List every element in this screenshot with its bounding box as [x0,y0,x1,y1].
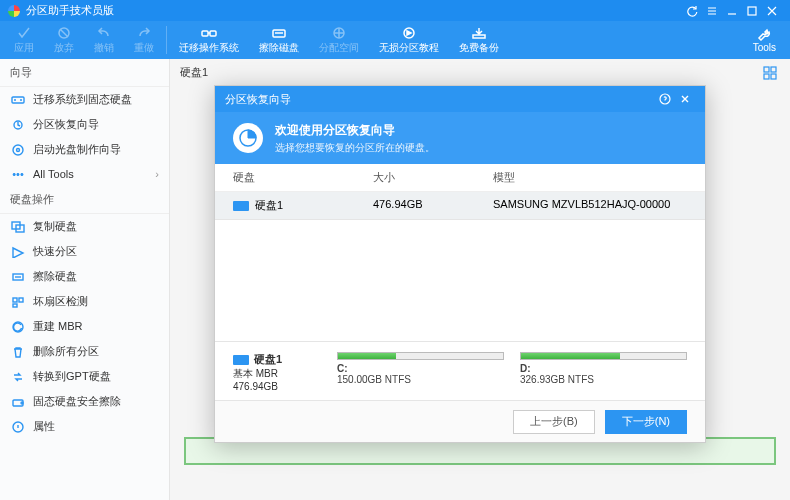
sidebar-item-boot-disc[interactable]: 启动光盘制作向导 [0,137,169,162]
partition-icon [10,245,26,259]
usage-bar [337,352,504,360]
prev-button[interactable]: 上一步(B) [513,410,595,434]
minimize-icon[interactable] [722,3,742,19]
partition-info: 326.93GB NTFS [520,374,687,385]
sidebar-header-wizard: 向导 [0,59,169,87]
undo-button[interactable]: 撤销 [84,21,124,59]
svg-rect-23 [771,67,776,72]
dialog-heading: 欢迎使用分区恢复向导 [275,122,435,139]
dialog-title: 分区恢复向导 [225,92,655,107]
partition-summary: 硬盘1 基本 MBR 476.94GB C: 150.00GB NTFS D: … [215,341,705,400]
disk-crumb: 硬盘1 [180,65,780,80]
ssd-icon [10,93,26,107]
copy-icon [10,220,26,234]
sidebar-header-disk-ops: 硬盘操作 [0,186,169,214]
sidebar-item-rebuild-mbr[interactable]: 重建 MBR [0,314,169,339]
tools-button[interactable]: Tools [743,21,786,59]
cell-disk: 硬盘1 [255,198,283,213]
secure-erase-icon [10,395,26,409]
separator [166,26,167,54]
dialog-header: 欢迎使用分区恢复向导 选择您想要恢复的分区所在的硬盘。 [215,112,705,164]
th-size: 大小 [373,170,493,185]
sidebar-item-convert-gpt[interactable]: 转换到GPT硬盘 [0,364,169,389]
help-icon[interactable] [655,93,675,105]
table-row[interactable]: 硬盘1 476.94GB SAMSUNG MZVLB512HAJQ-00000 [215,192,705,219]
sidebar-item-label: 快速分区 [33,244,77,259]
apply-button[interactable]: 应用 [4,21,44,59]
svg-rect-16 [19,298,23,302]
th-disk: 硬盘 [233,170,373,185]
sidebar-item-label: 擦除硬盘 [33,269,77,284]
dialog-subheading: 选择您想要恢复的分区所在的硬盘。 [275,141,435,155]
svg-point-20 [21,402,23,404]
erase-disk-button[interactable]: 擦除磁盘 [249,21,309,59]
cell-model: SAMSUNG MZVLB512HAJQ-00000 [493,198,687,213]
sidebar-item-properties[interactable]: 属性 [0,414,169,439]
sidebar-item-label: 分区恢复向导 [33,117,99,132]
cell-size: 476.94GB [373,198,493,213]
svg-rect-0 [748,7,756,15]
dialog-titlebar: 分区恢复向导 [215,86,705,112]
svg-point-11 [17,148,20,151]
disk-icon [233,201,249,211]
close-icon[interactable] [762,3,782,19]
sidebar-item-partition-recovery[interactable]: 分区恢复向导 [0,112,169,137]
dialog-footer: 上一步(B) 下一步(N) [215,400,705,442]
refresh-icon[interactable] [682,3,702,19]
svg-rect-8 [12,97,24,103]
disk-summary: 硬盘1 基本 MBR 476.94GB [233,352,321,392]
disk-type: 基本 MBR [233,367,321,381]
sidebar-item-delete-all[interactable]: 删除所有分区 [0,339,169,364]
partition-letter: C: [337,363,504,374]
dialog-close-icon[interactable] [675,93,695,105]
properties-icon [10,420,26,434]
sidebar-item-copy-disk[interactable]: 复制硬盘 [0,214,169,239]
view-toggle-icon[interactable] [762,65,778,81]
discard-button[interactable]: 放弃 [44,21,84,59]
sidebar-item-label: 迁移系统到固态硬盘 [33,92,132,107]
next-button[interactable]: 下一步(N) [605,410,687,434]
partition-d[interactable]: D: 326.93GB NTFS [520,352,687,392]
disk-table: 硬盘 大小 模型 硬盘1 476.94GB SAMSUNG MZVLB512HA… [215,164,705,220]
svg-rect-3 [210,31,216,36]
svg-rect-24 [764,74,769,79]
migrate-os-button[interactable]: 迁移操作系统 [169,21,249,59]
sidebar-item-label: 复制硬盘 [33,219,77,234]
allocate-button[interactable]: 分配空间 [309,21,369,59]
wipe-icon [10,270,26,284]
app-logo [8,5,20,17]
maximize-icon[interactable] [742,3,762,19]
partition-recovery-wizard-dialog: 分区恢复向导 欢迎使用分区恢复向导 选择您想要恢复的分区所在的硬盘。 硬盘 大小… [214,85,706,443]
disc-icon [10,143,26,157]
dots-icon: ••• [10,167,26,181]
sidebar-item-label: 启动光盘制作向导 [33,142,121,157]
scan-icon [10,295,26,309]
recovery-icon [10,118,26,132]
sidebar-item-label: 固态硬盘安全擦除 [33,394,121,409]
app-title: 分区助手技术员版 [26,3,682,18]
backup-button[interactable]: 免费备份 [449,21,509,59]
partition-c[interactable]: C: 150.00GB NTFS [337,352,504,392]
table-header: 硬盘 大小 模型 [215,164,705,192]
sidebar-item-label: All Tools [33,168,74,180]
tutorial-button[interactable]: 无损分区教程 [369,21,449,59]
sidebar-item-quick-partition[interactable]: 快速分区 [0,239,169,264]
mbr-icon [10,320,26,334]
partition-info: 150.00GB NTFS [337,374,504,385]
menu-icon[interactable] [702,3,722,19]
partition-letter: D: [520,363,687,374]
sidebar-item-wipe-disk[interactable]: 擦除硬盘 [0,264,169,289]
chevron-right-icon: › [155,168,159,180]
convert-icon [10,370,26,384]
svg-rect-15 [13,298,17,302]
sidebar-item-migrate-ssd[interactable]: 迁移系统到固态硬盘 [0,87,169,112]
svg-rect-7 [473,35,485,38]
sidebar-item-bad-sector[interactable]: 坏扇区检测 [0,289,169,314]
sidebar-item-ssd-secure-erase[interactable]: 固态硬盘安全擦除 [0,389,169,414]
disk-size: 476.94GB [233,381,321,392]
svg-rect-17 [13,304,17,307]
wizard-icon [233,123,263,153]
redo-button[interactable]: 重做 [124,21,164,59]
sidebar-item-all-tools[interactable]: •••All Tools› [0,162,169,186]
sidebar: 向导 迁移系统到固态硬盘 分区恢复向导 启动光盘制作向导 •••All Tool… [0,59,170,500]
